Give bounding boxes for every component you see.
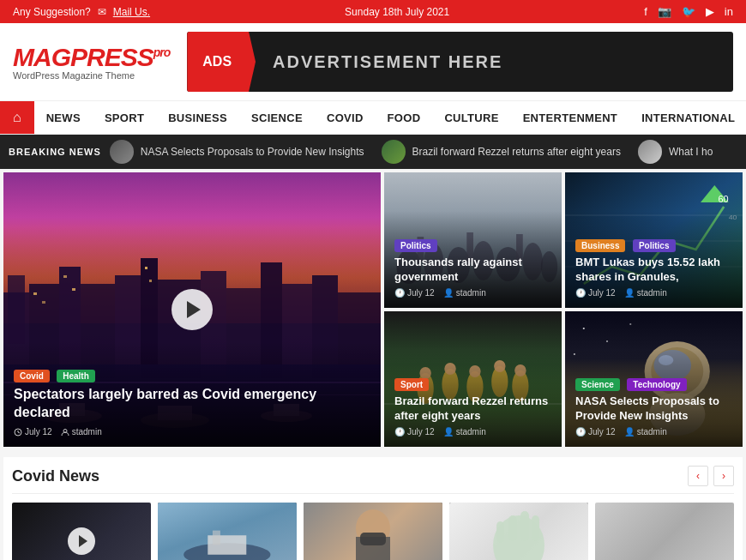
covid-card-4[interactable] xyxy=(449,503,588,560)
badge-business[interactable]: Business xyxy=(575,239,625,252)
covid-card-5[interactable] xyxy=(595,503,734,560)
stocks-badges: Business Politics xyxy=(575,237,732,256)
featured-card-overlay: Covid Health Spectators largely barred a… xyxy=(3,341,381,447)
nasa-badges: Science Technology xyxy=(575,376,732,394)
nasa-article-card[interactable]: Science Technology NASA Selects Proposal… xyxy=(565,311,743,447)
featured-badges: Covid Health xyxy=(14,367,370,386)
soccer-card-overlay: Sport Brazil forward Rezzel returns afte… xyxy=(384,350,562,447)
soccer-author: 👤 stadmin xyxy=(443,427,486,437)
covid-prev-button[interactable]: ‹ xyxy=(688,466,708,486)
svg-rect-14 xyxy=(33,292,37,295)
nav-food[interactable]: FOOD xyxy=(376,103,433,133)
site-logo[interactable]: MAGPRESSpro WordPress Magazine Theme xyxy=(13,43,170,81)
svg-rect-17 xyxy=(72,288,75,291)
site-header: MAGPRESSpro WordPress Magazine Theme ADS… xyxy=(0,23,746,100)
home-nav-button[interactable]: ⌂ xyxy=(0,101,34,134)
badge-technology[interactable]: Technology xyxy=(627,378,686,391)
svg-point-70 xyxy=(606,340,608,342)
nav-news[interactable]: NEWS xyxy=(34,103,93,133)
featured-article-card[interactable]: Covid Health Spectators largely barred a… xyxy=(3,172,381,447)
badge-health[interactable]: Health xyxy=(57,370,95,382)
rally-title[interactable]: Thousands rally against government xyxy=(394,256,551,285)
ticker-text-3[interactable]: What I ho xyxy=(669,146,713,158)
rally-card-overlay: Politics Thousands rally against governm… xyxy=(384,211,562,308)
covid-section-header: Covid News ‹ › xyxy=(12,466,734,494)
main-article-grid: Covid Health Spectators largely barred a… xyxy=(0,169,746,450)
badge-science[interactable]: Science xyxy=(575,378,620,391)
nav-business[interactable]: BUSINESS xyxy=(156,103,239,133)
featured-author: stadmin xyxy=(61,427,102,437)
instagram-icon[interactable]: 📷 xyxy=(658,5,671,18)
covid-card-3[interactable] xyxy=(304,503,442,560)
ticker-item-1: NASA Selects Proposals to Provide New In… xyxy=(110,140,364,164)
badge-sport[interactable]: Sport xyxy=(394,378,429,391)
twitter-icon[interactable]: 🐦 xyxy=(682,5,695,18)
ticker-item-2: Brazil forward Rezzel returns after eigh… xyxy=(382,140,621,164)
logo-text: MAGPRESSpro xyxy=(13,43,170,72)
stocks-card-overlay: Business Politics BMT Lukas buys 15.52 l… xyxy=(565,211,743,308)
nasa-date: 🕐 July 12 xyxy=(575,427,616,437)
soccer-meta: 🕐 July 12 👤 stadmin xyxy=(394,427,551,437)
nav-covid[interactable]: COVID xyxy=(315,103,376,133)
badge-politics-2[interactable]: Politics xyxy=(633,239,676,252)
stocks-article-card[interactable]: 60 40 Business Politics BMT Lukas buys 1… xyxy=(565,172,743,308)
covid-play-1[interactable] xyxy=(68,527,95,555)
social-icons: f 📷 🐦 ▶ in xyxy=(644,5,733,18)
nav-entertainment[interactable]: ENTERTENMENT xyxy=(511,103,630,133)
nav-science[interactable]: SCIENCE xyxy=(239,103,315,133)
rally-author: 👤 stadmin xyxy=(443,288,486,298)
ticker-thumb-1 xyxy=(110,140,134,164)
rally-meta: 🕐 July 12 👤 stadmin xyxy=(394,288,551,298)
soccer-article-card[interactable]: Sport Brazil forward Rezzel returns afte… xyxy=(384,311,562,447)
svg-rect-76 xyxy=(213,531,220,545)
stocks-date: 🕐 July 12 xyxy=(575,288,616,298)
soccer-title[interactable]: Brazil forward Rezzel returns after eigh… xyxy=(394,394,551,424)
ticker-text-2[interactable]: Brazil forward Rezzel returns after eigh… xyxy=(412,146,621,158)
mail-link[interactable]: Mail Us. xyxy=(113,6,150,18)
badge-covid[interactable]: Covid xyxy=(14,370,50,382)
stocks-author: 👤 stadmin xyxy=(624,288,667,298)
svg-rect-16 xyxy=(63,275,67,278)
rally-article-card[interactable]: Politics Thousands rally against governm… xyxy=(384,172,562,308)
featured-date: July 12 xyxy=(14,427,52,437)
ticker: NASA Selects Proposals to Provide New In… xyxy=(110,140,713,164)
stocks-title[interactable]: BMT Lukas buys 15.52 lakh shares in Gran… xyxy=(575,256,732,285)
svg-rect-18 xyxy=(145,267,147,269)
svg-rect-79 xyxy=(360,533,386,545)
svg-rect-1 xyxy=(8,275,25,344)
covid-next-button[interactable]: › xyxy=(713,466,734,486)
nasa-card-overlay: Science Technology NASA Selects Proposal… xyxy=(565,350,743,447)
svg-rect-15 xyxy=(42,301,45,304)
badge-politics-1[interactable]: Politics xyxy=(394,239,437,252)
top-bar: Any Suggestion? ✉ Mail Us. Sunday 18th J… xyxy=(0,0,746,23)
covid-section: Covid News ‹ › xyxy=(3,457,743,560)
nav-sport[interactable]: SPORT xyxy=(93,103,156,133)
covid-section-nav: ‹ › xyxy=(688,466,734,486)
svg-line-31 xyxy=(18,432,20,433)
date-display: Sunday 18th July 2021 xyxy=(345,6,449,18)
facebook-icon[interactable]: f xyxy=(644,5,647,18)
featured-title[interactable]: Spectators largely barred as Covid emerg… xyxy=(14,386,370,422)
play-button[interactable] xyxy=(171,289,213,330)
nasa-author: 👤 stadmin xyxy=(624,427,667,437)
featured-meta: July 12 stadmin xyxy=(14,427,370,437)
covid-card-1[interactable] xyxy=(12,503,151,560)
svg-point-72 xyxy=(629,323,631,325)
rally-badges: Politics xyxy=(394,237,551,256)
ticker-thumb-2 xyxy=(382,140,406,164)
svg-rect-19 xyxy=(149,280,152,282)
soccer-date: 🕐 July 12 xyxy=(394,427,435,437)
covid-card-2[interactable] xyxy=(158,503,297,560)
ticker-text-1[interactable]: NASA Selects Proposals to Provide New In… xyxy=(141,146,364,158)
nasa-title[interactable]: NASA Selects Proposals to Provide New In… xyxy=(575,394,732,424)
soccer-badges: Sport xyxy=(394,376,551,394)
linkedin-icon[interactable]: in xyxy=(725,5,733,18)
nav-culture[interactable]: CULTURE xyxy=(432,103,510,133)
svg-point-69 xyxy=(583,328,585,329)
youtube-icon[interactable]: ▶ xyxy=(706,5,714,18)
svg-text:60: 60 xyxy=(719,195,729,204)
ad-text: ADVERTISEMENT HERE xyxy=(256,52,502,72)
nav-international[interactable]: INTERNATIONAL xyxy=(629,103,746,133)
svg-rect-81 xyxy=(508,515,517,541)
svg-rect-83 xyxy=(532,515,539,541)
